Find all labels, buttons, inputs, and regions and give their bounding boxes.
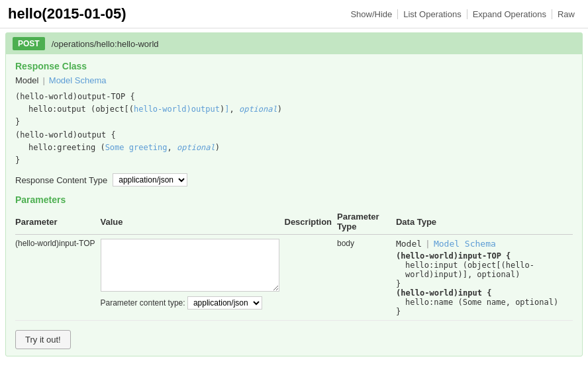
param-data-type-cell: Model | Model Schema (hello-world)input-… bbox=[396, 235, 573, 321]
dt-line-4: (hello-world)input { bbox=[396, 288, 567, 298]
param-value-textarea[interactable] bbox=[101, 239, 279, 292]
col-description: Description bbox=[285, 209, 338, 235]
dt-line-3: } bbox=[396, 279, 567, 288]
param-value-cell: Parameter content type: application/json… bbox=[101, 235, 285, 321]
tab-model-schema[interactable]: Model Schema bbox=[49, 75, 107, 85]
header: hello(2015-01-05) Show/Hide List Operati… bbox=[0, 0, 588, 28]
page-title: hello(2015-01-05) bbox=[8, 5, 126, 22]
tab-model[interactable]: Model bbox=[15, 75, 38, 85]
response-content-type-select[interactable]: application/json application/xml text/pl… bbox=[113, 173, 187, 186]
code-line-3: } bbox=[15, 116, 573, 128]
table-header-row: Parameter Value Description Parameter Ty… bbox=[15, 209, 573, 235]
data-type-tab-model-schema[interactable]: Model Schema bbox=[434, 239, 496, 249]
try-it-out-button[interactable]: Try it out! bbox=[15, 330, 71, 349]
table-row: (hello-world)input-TOP Parameter content… bbox=[15, 235, 573, 321]
parameters-section: Parameters Parameter Value Description P… bbox=[15, 194, 573, 321]
param-type-cell: body bbox=[337, 235, 396, 321]
param-name: (hello-world)input-TOP bbox=[15, 239, 95, 248]
content-area: Response Class Model | Model Schema (hel… bbox=[6, 54, 582, 356]
dt-line-5: hello:name (Some name, optional) bbox=[405, 298, 567, 307]
method-badge: POST bbox=[13, 37, 45, 50]
post-path: /operations/hello:hello-world bbox=[52, 39, 159, 49]
data-type-code: (hello-world)input-TOP { hello:input (ob… bbox=[396, 251, 567, 316]
output-type-link[interactable]: hello-world)output bbox=[134, 104, 220, 114]
param-content-type-select[interactable]: application/json application/xml bbox=[187, 296, 262, 310]
col-data-type: Data Type bbox=[396, 209, 573, 235]
dt-line-1: (hello-world)input-TOP { bbox=[396, 251, 567, 261]
response-content-type-label: Response Content Type bbox=[15, 175, 107, 185]
response-content-type-row: Response Content Type application/json a… bbox=[15, 173, 573, 186]
param-content-type-label: Parameter content type: bbox=[101, 298, 185, 308]
code-line-4: (hello-world)output { bbox=[15, 129, 573, 142]
response-class-title: Response Class bbox=[15, 61, 573, 71]
response-class-code: (hello-world)output-TOP { hello:output (… bbox=[15, 91, 573, 167]
list-operations-link[interactable]: List Operations bbox=[398, 9, 467, 19]
greeting-type-link[interactable]: Some greeting bbox=[105, 143, 168, 152]
response-class-section: Response Class Model | Model Schema (hel… bbox=[15, 61, 573, 186]
raw-link[interactable]: Raw bbox=[552, 9, 580, 19]
param-description-cell bbox=[285, 235, 338, 321]
post-bar: POST /operations/hello:hello-world bbox=[6, 33, 582, 54]
code-line-2: hello:output (object[(hello-world)output… bbox=[28, 103, 573, 116]
parameters-title: Parameters bbox=[15, 194, 573, 205]
dt-line-6: } bbox=[396, 307, 567, 316]
col-value: Value bbox=[101, 209, 285, 235]
header-nav: Show/Hide List Operations Expand Operati… bbox=[345, 9, 580, 19]
data-type-tab-model[interactable]: Model bbox=[396, 239, 422, 249]
expand-operations-link[interactable]: Expand Operations bbox=[467, 9, 552, 19]
parameters-table: Parameter Value Description Parameter Ty… bbox=[15, 209, 573, 321]
col-parameter-type: Parameter Type bbox=[337, 209, 396, 235]
param-content-type-row: Parameter content type: application/json… bbox=[101, 296, 279, 310]
col-parameter: Parameter bbox=[15, 209, 101, 235]
code-line-1: (hello-world)output-TOP { bbox=[15, 91, 573, 103]
show-hide-link[interactable]: Show/Hide bbox=[345, 9, 398, 19]
code-line-5: hello:greeting (Some greeting, optional) bbox=[28, 142, 573, 154]
param-name-cell: (hello-world)input-TOP bbox=[15, 235, 101, 321]
response-class-tabs: Model | Model Schema bbox=[15, 75, 573, 85]
data-type-tabs: Model | Model Schema bbox=[396, 239, 567, 249]
dt-name-type-link[interactable]: Some name bbox=[463, 298, 506, 307]
dt-line-2: hello:input (object[(hello-world)input)]… bbox=[405, 261, 567, 279]
tab-separator: | bbox=[42, 75, 44, 85]
main-container: POST /operations/hello:hello-world Respo… bbox=[5, 32, 583, 356]
code-line-6: } bbox=[15, 154, 573, 167]
